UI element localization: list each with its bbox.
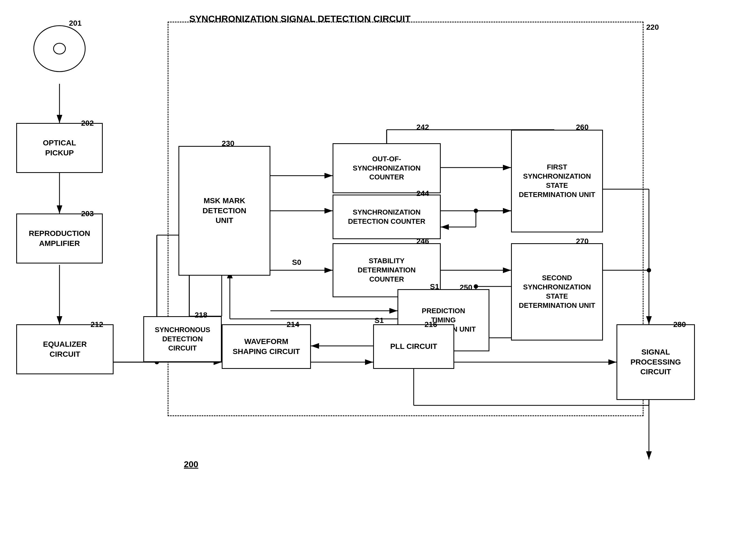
ref-218: 218 bbox=[195, 311, 207, 319]
ref-203: 203 bbox=[81, 210, 94, 218]
signal-processing-circuit-block: SIGNAL PROCESSING CIRCUIT bbox=[616, 324, 695, 400]
equalizer-circuit-block: EQUALIZER CIRCUIT bbox=[16, 324, 114, 374]
ref-230: 230 bbox=[222, 139, 234, 148]
ref-212: 212 bbox=[91, 320, 103, 329]
sync-detection-counter-block: SYNCHRONIZATION DETECTION COUNTER bbox=[333, 195, 441, 239]
waveform-shaping-circuit-label: WAVEFORM SHAPING CIRCUIT bbox=[233, 337, 300, 356]
ref-220: 220 bbox=[646, 23, 659, 32]
msk-mark-detection-block: MSK MARK DETECTION UNIT bbox=[178, 146, 270, 275]
ref-280: 280 bbox=[673, 320, 686, 329]
pll-circuit-block: PLL CIRCUIT bbox=[373, 324, 454, 369]
second-sync-state-block: SECOND SYNCHRONIZATION STATE DETERMINATI… bbox=[511, 243, 603, 340]
msk-mark-detection-label: MSK MARK DETECTION UNIT bbox=[203, 196, 246, 226]
ref-216: 216 bbox=[425, 320, 437, 329]
reproduction-amplifier-block: REPRODUCTION AMPLIFIER bbox=[16, 214, 103, 264]
svg-point-62 bbox=[54, 43, 65, 54]
equalizer-circuit-label: EQUALIZER CIRCUIT bbox=[43, 339, 87, 359]
ref-214: 214 bbox=[287, 320, 299, 329]
out-of-sync-counter-label: OUT-OF- SYNCHRONIZATION COUNTER bbox=[353, 155, 421, 182]
ref-201: 201 bbox=[69, 19, 82, 28]
reproduction-amplifier-label: REPRODUCTION AMPLIFIER bbox=[29, 229, 90, 249]
disc-icon bbox=[32, 24, 87, 73]
s1-bottom-label: S1 bbox=[374, 316, 384, 325]
disc-component bbox=[24, 16, 95, 81]
optical-pickup-block: OPTICAL PICKUP bbox=[16, 123, 103, 173]
optical-pickup-label: OPTICAL PICKUP bbox=[43, 138, 76, 158]
ref-246: 246 bbox=[416, 237, 429, 246]
second-sync-state-label: SECOND SYNCHRONIZATION STATE DETERMINATI… bbox=[519, 273, 595, 310]
ref-270: 270 bbox=[576, 237, 589, 246]
s0-label: S0 bbox=[292, 258, 301, 267]
system-label-200: 200 bbox=[184, 459, 198, 469]
s1-top-label: S1 bbox=[430, 282, 439, 291]
first-sync-state-block: FIRST SYNCHRONIZATION STATE DETERMINATIO… bbox=[511, 130, 603, 233]
synchronous-detection-circuit-label: SYNCHRONOUS DETECTION CIRCUIT bbox=[155, 325, 210, 353]
ref-242: 242 bbox=[416, 123, 429, 132]
out-of-sync-counter-block: OUT-OF- SYNCHRONIZATION COUNTER bbox=[333, 143, 441, 193]
ref-260: 260 bbox=[576, 123, 589, 132]
stability-determination-counter-label: STABILITY DETERMINATION COUNTER bbox=[358, 257, 416, 284]
ref-202: 202 bbox=[81, 119, 94, 128]
sync-circuit-label: SYNCHRONIZATION SIGNAL DETECTION CIRCUIT bbox=[189, 14, 411, 24]
first-sync-state-label: FIRST SYNCHRONIZATION STATE DETERMINATIO… bbox=[519, 163, 595, 199]
ref-250: 250 bbox=[460, 283, 472, 292]
signal-processing-circuit-label: SIGNAL PROCESSING CIRCUIT bbox=[631, 347, 681, 377]
waveform-shaping-circuit-block: WAVEFORM SHAPING CIRCUIT bbox=[222, 324, 311, 369]
synchronous-detection-circuit-block: SYNCHRONOUS DETECTION CIRCUIT bbox=[143, 316, 222, 362]
sync-detection-counter-label: SYNCHRONIZATION DETECTION COUNTER bbox=[348, 208, 425, 226]
pll-circuit-label: PLL CIRCUIT bbox=[390, 341, 437, 351]
ref-244: 244 bbox=[416, 189, 429, 198]
svg-point-45 bbox=[647, 268, 651, 272]
circuit-diagram: SYNCHRONIZATION SIGNAL DETECTION CIRCUIT… bbox=[0, 0, 756, 544]
